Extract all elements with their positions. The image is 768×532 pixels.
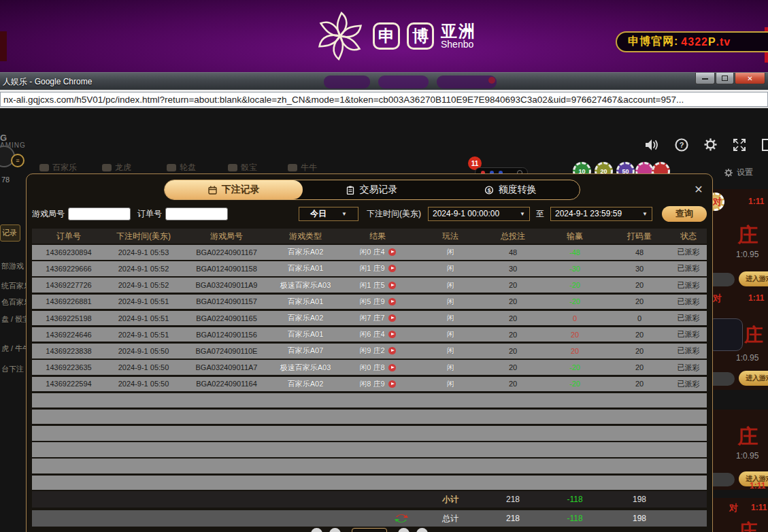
cell-winloss: -20	[541, 297, 609, 305]
replay-icon[interactable]	[388, 265, 396, 272]
cell-turnover: 20	[609, 281, 670, 289]
replay-icon[interactable]	[388, 331, 396, 338]
total-bet: 218	[485, 514, 541, 523]
gear-icon[interactable]	[703, 137, 718, 152]
search-button[interactable]: 查询	[662, 206, 707, 222]
settings-button[interactable]: 设置	[724, 167, 753, 178]
swap-arrows-icon[interactable]	[394, 513, 409, 524]
table-row[interactable]: 14369223838 2024-9-1 05:50 BGA0724090110…	[32, 344, 707, 359]
enter-game-button[interactable]: 进入游戏	[739, 371, 768, 386]
cell-bet-time: 2024-9-1 05:50	[105, 363, 182, 371]
cell-winloss: -20	[541, 281, 609, 289]
menu-badge-icon[interactable]: ≡	[11, 154, 24, 167]
tab-transaction-records[interactable]: 交易记录	[303, 180, 441, 199]
table-row[interactable]: 14369225198 2024-9-1 05:51 BGA0224090116…	[32, 311, 707, 326]
cell-play-type: 闲	[416, 263, 485, 273]
background-blob	[378, 76, 429, 88]
table-row[interactable]: 14369222594 2024-9-1 05:50 BGA0224090116…	[32, 377, 707, 392]
category-item[interactable]: 骰宝	[228, 162, 257, 173]
pair-label: 对	[713, 196, 722, 208]
modal-close-button[interactable]: ✕	[692, 182, 705, 196]
table-row[interactable]: 14369230894 2024-9-1 05:53 BGA0224090116…	[32, 245, 707, 260]
logo-char-bo: 博	[407, 22, 434, 50]
flower-logo-icon	[314, 8, 366, 64]
replay-icon[interactable]	[388, 298, 396, 305]
sidebar-item-fragment[interactable]: 台下注	[1, 364, 24, 374]
cell-turnover: 20	[609, 331, 670, 339]
window-titlebar[interactable]: 人娱乐 - Google Chrome ✕	[0, 72, 768, 90]
replay-icon[interactable]	[388, 248, 396, 256]
replay-icon[interactable]	[388, 380, 396, 388]
page-number-box[interactable]	[352, 528, 387, 532]
tab-credit-transfer[interactable]: $ 额度转换	[441, 180, 580, 199]
date-range-select[interactable]: 今日 ▼	[299, 207, 358, 221]
odds-label: 1:0.95	[736, 250, 758, 259]
table-row[interactable]: 14369223635 2024-9-1 05:50 BGA032409011A…	[32, 360, 707, 375]
tab-bet-records[interactable]: 下注记录	[165, 180, 303, 199]
cell-status: 已派彩	[670, 363, 707, 373]
prev-page-button[interactable]	[329, 528, 341, 532]
cell-status: 已派彩	[670, 247, 707, 257]
replay-icon[interactable]	[388, 364, 396, 371]
window-close-button[interactable]: ✕	[735, 73, 765, 84]
game-round-input[interactable]	[68, 207, 131, 220]
fullscreen-icon[interactable]	[733, 138, 746, 152]
cell-order-no: 14369230894	[32, 248, 105, 256]
to-datetime-select[interactable]: 2024-9-1 23:59:59 ▼	[550, 207, 652, 221]
address-bar[interactable]: nx-ali.gqjcxs.com/h5V01/pc/index.html?re…	[0, 92, 768, 107]
order-no-input[interactable]	[165, 207, 228, 220]
cell-status: 已派彩	[670, 263, 707, 273]
table-header: 订单号 下注时间(美东) 游戏局号 游戏类型 结果 玩法 总投注 输赢 打码量 …	[32, 229, 707, 244]
calendar-icon	[208, 186, 217, 195]
banker-label: 庄	[737, 222, 758, 250]
sidebar-item-fragment[interactable]: 部游戏	[1, 261, 24, 271]
cell-play-type: 闲	[416, 280, 485, 290]
speaker-icon[interactable]	[645, 138, 660, 152]
last-page-button[interactable]	[416, 528, 428, 532]
settings-gear-icon	[724, 168, 733, 178]
cell-order-no: 14369222594	[32, 380, 105, 388]
table-row[interactable]: 14369227726 2024-9-1 05:52 BGA032409011A…	[32, 278, 707, 293]
table-row[interactable]: 14369226881 2024-9-1 05:51 BGA0124090115…	[32, 295, 707, 310]
category-item[interactable]: 轮盘	[167, 162, 196, 173]
cell-turnover: 30	[609, 265, 670, 273]
cell-game-round: BGA032409011A7	[182, 363, 271, 371]
next-page-button[interactable]	[398, 528, 410, 532]
exit-icon[interactable]	[761, 138, 768, 152]
replay-icon[interactable]	[388, 314, 396, 322]
first-page-button[interactable]	[311, 528, 322, 532]
cell-total-bet: 20	[485, 363, 541, 371]
shenbo-logo: 申 博 亚洲 Shenbo	[314, 8, 476, 64]
table-row[interactable]: 14369229666 2024-9-1 05:52 BGA0124090115…	[32, 261, 707, 276]
window-maximize-button[interactable]	[716, 73, 734, 84]
category-item[interactable]: 百家乐	[39, 162, 77, 173]
category-icon	[228, 164, 237, 171]
cell-game-type: 百家乐A01	[271, 329, 339, 339]
logo-char-shen: 申	[373, 22, 400, 50]
replay-icon[interactable]	[388, 282, 396, 289]
cell-game-type: 百家乐A02	[271, 247, 339, 257]
banker-label: 庄	[739, 518, 758, 532]
enter-game-button[interactable]: 进入游戏	[739, 271, 768, 286]
browser-toolbar: nx-ali.gqjcxs.com/h5V01/pc/index.html?re…	[0, 90, 768, 109]
official-site-pill[interactable]: 申博官网: 4322 P .tv	[616, 31, 768, 52]
cell-order-no: 14369227726	[32, 281, 105, 289]
from-datetime-select[interactable]: 2024-9-1 00:00:00 ▼	[428, 207, 530, 221]
chevron-down-icon: ▼	[341, 211, 347, 217]
window-minimize-button[interactable]	[695, 73, 715, 84]
category-item[interactable]: 牛牛	[288, 162, 317, 173]
replay-icon[interactable]	[388, 347, 396, 354]
cell-result: 闲6 庄4	[359, 329, 384, 339]
cell-winloss: 20	[541, 347, 609, 355]
category-icon	[102, 164, 112, 171]
sidebar-item-fragment[interactable]: 记录	[0, 225, 20, 242]
help-icon[interactable]: ?	[675, 138, 688, 152]
table-row-empty	[32, 476, 707, 491]
table-row-empty	[32, 393, 707, 408]
table-row[interactable]: 14369224646 2024-9-1 05:51 BGA0124090115…	[32, 327, 707, 342]
cell-bet-time: 2024-9-1 05:50	[105, 347, 182, 355]
category-item[interactable]: 龙虎	[102, 162, 131, 173]
cell-turnover: 20	[609, 363, 670, 371]
logo-region: 亚洲	[441, 22, 476, 39]
cell-bet-time: 2024-9-1 05:52	[105, 265, 182, 273]
